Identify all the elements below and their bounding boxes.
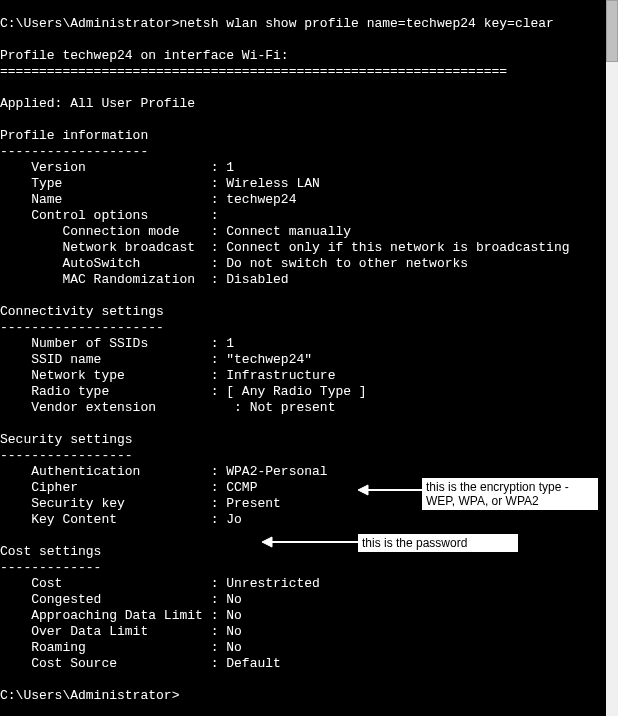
- scrollbar-thumb[interactable]: [606, 0, 618, 62]
- row-value: No: [226, 640, 242, 655]
- arrow-icon: [262, 536, 358, 548]
- separator: ========================================…: [0, 64, 507, 79]
- row-value: Connect manually: [226, 224, 351, 239]
- row-label: Cost Source :: [0, 656, 226, 671]
- row-label: Network broadcast :: [0, 240, 226, 255]
- row-label: Congested :: [0, 592, 226, 607]
- row-label: Vendor extension :: [0, 400, 250, 415]
- row-label: Over Data Limit :: [0, 624, 226, 639]
- row-label: Control options :: [0, 208, 218, 223]
- row-value: [ Any Radio Type ]: [226, 384, 366, 399]
- row-value-authentication: WPA2-Personal: [226, 464, 327, 479]
- arrow-icon: [358, 484, 422, 496]
- section-title-profile: Profile information: [0, 128, 148, 143]
- row-label: Authentication :: [0, 464, 226, 479]
- scrollbar-track[interactable]: [606, 0, 618, 716]
- row-value: 1: [226, 336, 234, 351]
- row-value: Do not switch to other networks: [226, 256, 468, 271]
- row-value: Default: [226, 656, 281, 671]
- row-label: Key Content :: [0, 512, 226, 527]
- row-value-key-content: Jo: [226, 512, 242, 527]
- row-label: Name :: [0, 192, 226, 207]
- row-value: Connect only if this network is broadcas…: [226, 240, 569, 255]
- section-dash: -----------------: [0, 448, 133, 463]
- row-value: Infrastructure: [226, 368, 335, 383]
- annotation-password: this is the password: [358, 534, 518, 552]
- row-label: Radio type :: [0, 384, 226, 399]
- svg-marker-1: [358, 485, 368, 495]
- row-label: Cipher :: [0, 480, 226, 495]
- row-value: Present: [226, 496, 281, 511]
- row-value: Unrestricted: [226, 576, 320, 591]
- row-value: Disabled: [226, 272, 288, 287]
- row-value: techwep24: [226, 192, 296, 207]
- profile-header: Profile techwep24 on interface Wi-Fi:: [0, 48, 289, 63]
- section-dash: ---------------------: [0, 320, 164, 335]
- section-dash: -------------: [0, 560, 101, 575]
- row-label: Number of SSIDs :: [0, 336, 226, 351]
- row-label: Cost :: [0, 576, 226, 591]
- row-value: No: [226, 624, 242, 639]
- row-label: Version :: [0, 160, 226, 175]
- row-label: AutoSwitch :: [0, 256, 226, 271]
- row-label: MAC Randomization :: [0, 272, 226, 287]
- row-label: Approaching Data Limit :: [0, 608, 226, 623]
- section-title-security: Security settings: [0, 432, 133, 447]
- row-value: No: [226, 592, 242, 607]
- row-label: Type :: [0, 176, 226, 191]
- window: C:\Users\Administrator>netsh wlan show p…: [0, 0, 618, 716]
- row-label: Roaming :: [0, 640, 226, 655]
- prompt-path: C:\Users\Administrator>: [0, 16, 179, 31]
- row-label: SSID name :: [0, 352, 226, 367]
- terminal-output: C:\Users\Administrator>netsh wlan show p…: [0, 0, 606, 716]
- annotation-encryption-type: this is the encryption type - WEP, WPA, …: [422, 478, 598, 510]
- command-text: netsh wlan show profile name=techwep24 k…: [179, 16, 553, 31]
- row-value: "techwep24": [226, 352, 312, 367]
- row-label: Connection mode :: [0, 224, 226, 239]
- row-value: 1: [226, 160, 234, 175]
- final-prompt[interactable]: C:\Users\Administrator>: [0, 688, 179, 703]
- row-value: CCMP: [226, 480, 257, 495]
- section-title-cost: Cost settings: [0, 544, 101, 559]
- svg-marker-3: [262, 537, 272, 547]
- applied-line: Applied: All User Profile: [0, 96, 195, 111]
- row-value: No: [226, 608, 242, 623]
- row-value: Wireless LAN: [226, 176, 320, 191]
- section-title-connectivity: Connectivity settings: [0, 304, 164, 319]
- row-label: Network type :: [0, 368, 226, 383]
- section-dash: -------------------: [0, 144, 148, 159]
- row-value: Not present: [250, 400, 336, 415]
- row-label: Security key :: [0, 496, 226, 511]
